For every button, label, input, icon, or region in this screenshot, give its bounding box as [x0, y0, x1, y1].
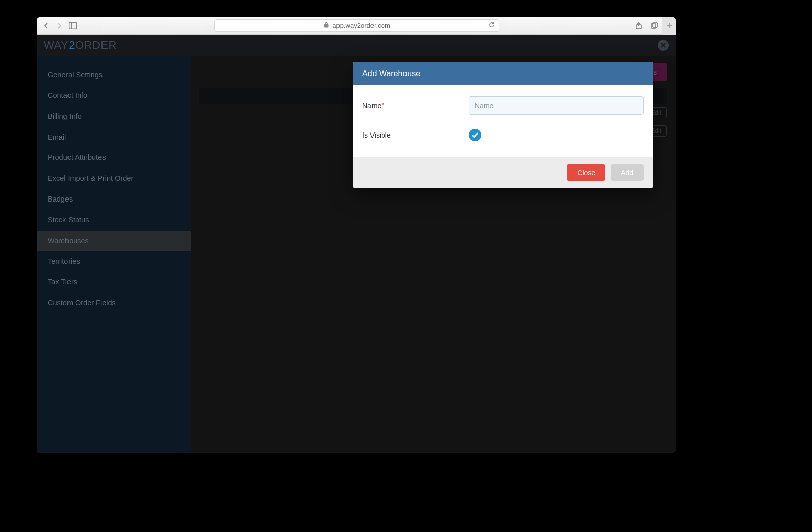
sidebar-item-badges[interactable]: Badges — [37, 189, 191, 209]
sidebar-item-excel-import-print-order[interactable]: Excel Import & Print Order — [37, 169, 191, 188]
close-button[interactable]: Close — [567, 164, 605, 181]
sidebar-item-product-attributes[interactable]: Product Attributes — [37, 148, 191, 168]
name-input[interactable] — [469, 96, 644, 115]
app-header: WAY2ORDER — [37, 35, 676, 56]
svg-rect-2 — [324, 24, 328, 27]
sidebar-item-custom-order-fields[interactable]: Custom Order Fields — [37, 293, 191, 313]
address-bar[interactable]: app.way2order.com — [214, 19, 499, 32]
sidebar-toggle-button[interactable] — [66, 20, 79, 32]
tabs-button[interactable] — [647, 17, 662, 35]
modal-title: Add Warehouse — [353, 62, 653, 85]
settings-sidebar: General Settings Contact Info Billing In… — [37, 56, 191, 453]
close-icon[interactable] — [658, 40, 669, 51]
sidebar-item-territories[interactable]: Territories — [37, 252, 191, 272]
sidebar-item-general-settings[interactable]: General Settings — [37, 65, 191, 85]
name-label: Name* — [362, 102, 469, 110]
nav-back-button[interactable] — [40, 20, 52, 32]
svg-rect-0 — [69, 22, 77, 29]
is-visible-label: Is Visible — [362, 131, 469, 139]
is-visible-toggle[interactable] — [469, 129, 481, 141]
lock-icon — [323, 22, 329, 29]
sidebar-item-tax-tiers[interactable]: Tax Tiers — [37, 272, 191, 292]
add-warehouse-modal: Add Warehouse Name* Is Visible — [353, 62, 653, 188]
sidebar-item-warehouses[interactable]: Warehouses — [37, 231, 191, 251]
nav-forward-button[interactable] — [53, 20, 65, 32]
add-button[interactable]: Add — [611, 164, 644, 181]
sidebar-item-contact-info[interactable]: Contact Info — [37, 86, 191, 106]
main-panel: Update Warehouses Visibility Edit Edit A… — [191, 56, 676, 453]
new-tab-button[interactable] — [662, 17, 676, 35]
url-text: app.way2order.com — [332, 22, 390, 29]
share-button[interactable] — [631, 17, 647, 35]
sidebar-item-stock-status[interactable]: Stock Status — [37, 210, 191, 230]
brand-logo: WAY2ORDER — [44, 39, 117, 52]
browser-chrome: app.way2order.com — [37, 17, 676, 35]
sidebar-item-billing-info[interactable]: Billing Info — [37, 107, 191, 126]
sidebar-item-email[interactable]: Email — [37, 127, 191, 147]
reload-icon[interactable] — [489, 22, 495, 29]
